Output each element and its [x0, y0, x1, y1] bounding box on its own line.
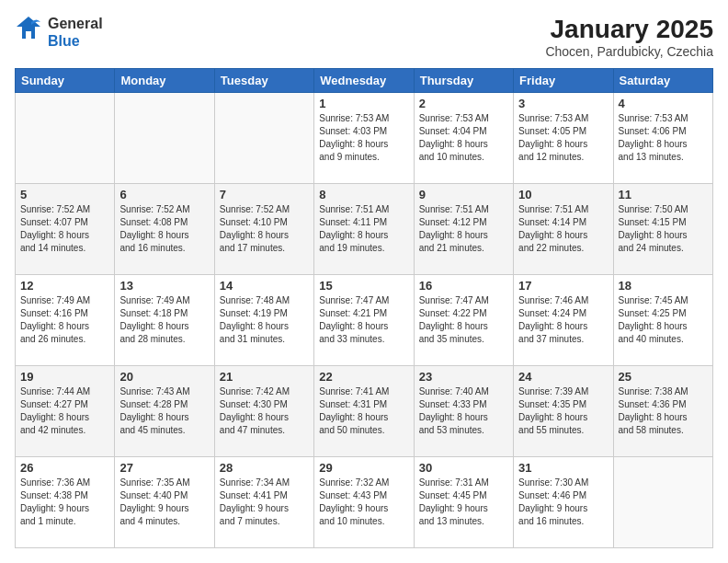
day-info: Sunrise: 7:41 AM Sunset: 4:31 PM Dayligh… — [319, 385, 408, 437]
calendar-cell: 27Sunrise: 7:35 AM Sunset: 4:40 PM Dayli… — [115, 457, 214, 548]
day-number: 18 — [619, 279, 708, 293]
calendar-cell: 9Sunrise: 7:51 AM Sunset: 4:12 PM Daylig… — [414, 184, 513, 275]
weekday-header-thursday: Thursday — [414, 69, 513, 93]
calendar-cell: 12Sunrise: 7:49 AM Sunset: 4:16 PM Dayli… — [16, 275, 115, 366]
calendar-cell: 18Sunrise: 7:45 AM Sunset: 4:25 PM Dayli… — [613, 275, 712, 366]
page: GeneralBlue January 2025 Chocen, Pardubi… — [0, 0, 728, 563]
calendar-cell: 5Sunrise: 7:52 AM Sunset: 4:07 PM Daylig… — [16, 184, 115, 275]
day-info: Sunrise: 7:40 AM Sunset: 4:33 PM Dayligh… — [419, 385, 508, 437]
day-info: Sunrise: 7:53 AM Sunset: 4:05 PM Dayligh… — [518, 112, 608, 164]
day-number: 28 — [220, 461, 309, 475]
weekday-header-wednesday: Wednesday — [314, 69, 414, 93]
logo-general-text: General — [48, 15, 103, 32]
day-number: 26 — [20, 461, 109, 475]
day-info: Sunrise: 7:36 AM Sunset: 4:38 PM Dayligh… — [20, 477, 109, 528]
day-number: 10 — [518, 188, 608, 201]
day-info: Sunrise: 7:52 AM Sunset: 4:07 PM Dayligh… — [20, 203, 109, 255]
calendar-cell: 23Sunrise: 7:40 AM Sunset: 4:33 PM Dayli… — [414, 366, 513, 457]
calendar-cell: 17Sunrise: 7:46 AM Sunset: 4:24 PM Dayli… — [514, 275, 613, 366]
day-info: Sunrise: 7:49 AM Sunset: 4:16 PM Dayligh… — [20, 294, 109, 346]
calendar-cell: 7Sunrise: 7:52 AM Sunset: 4:10 PM Daylig… — [214, 184, 313, 275]
calendar-cell — [613, 457, 712, 548]
day-number: 23 — [419, 370, 508, 384]
day-number: 9 — [419, 188, 508, 201]
day-info: Sunrise: 7:53 AM Sunset: 4:06 PM Dayligh… — [619, 112, 708, 164]
day-info: Sunrise: 7:42 AM Sunset: 4:30 PM Dayligh… — [220, 385, 309, 437]
calendar-cell: 31Sunrise: 7:30 AM Sunset: 4:46 PM Dayli… — [514, 457, 613, 548]
calendar-cell — [115, 93, 214, 184]
logo: GeneralBlue — [15, 15, 103, 50]
day-info: Sunrise: 7:52 AM Sunset: 4:08 PM Dayligh… — [119, 203, 209, 255]
day-number: 8 — [319, 188, 408, 201]
calendar-cell: 2Sunrise: 7:53 AM Sunset: 4:04 PM Daylig… — [414, 93, 513, 184]
day-number: 15 — [319, 279, 408, 293]
day-number: 17 — [518, 279, 608, 293]
day-info: Sunrise: 7:38 AM Sunset: 4:36 PM Dayligh… — [619, 385, 708, 437]
calendar-cell: 21Sunrise: 7:42 AM Sunset: 4:30 PM Dayli… — [214, 366, 313, 457]
calendar-cell: 14Sunrise: 7:48 AM Sunset: 4:19 PM Dayli… — [214, 275, 313, 366]
day-info: Sunrise: 7:32 AM Sunset: 4:43 PM Dayligh… — [319, 477, 408, 528]
calendar-cell: 3Sunrise: 7:53 AM Sunset: 4:05 PM Daylig… — [514, 93, 613, 184]
title-block: January 2025 Chocen, Pardubicky, Czechia — [545, 15, 713, 59]
weekday-header-row: SundayMondayTuesdayWednesdayThursdayFrid… — [16, 69, 713, 93]
month-title: January 2025 — [545, 15, 713, 44]
day-info: Sunrise: 7:31 AM Sunset: 4:45 PM Dayligh… — [419, 477, 508, 528]
day-number: 27 — [119, 461, 209, 475]
weekday-header-friday: Friday — [514, 69, 613, 93]
calendar-cell: 13Sunrise: 7:49 AM Sunset: 4:18 PM Dayli… — [115, 275, 214, 366]
calendar-cell: 19Sunrise: 7:44 AM Sunset: 4:27 PM Dayli… — [16, 366, 115, 457]
day-info: Sunrise: 7:51 AM Sunset: 4:11 PM Dayligh… — [319, 203, 408, 255]
day-info: Sunrise: 7:45 AM Sunset: 4:25 PM Dayligh… — [619, 294, 708, 346]
day-info: Sunrise: 7:43 AM Sunset: 4:28 PM Dayligh… — [119, 385, 209, 437]
day-info: Sunrise: 7:51 AM Sunset: 4:14 PM Dayligh… — [518, 203, 608, 255]
day-info: Sunrise: 7:47 AM Sunset: 4:21 PM Dayligh… — [319, 294, 408, 346]
day-number: 2 — [419, 97, 508, 110]
day-info: Sunrise: 7:48 AM Sunset: 4:19 PM Dayligh… — [220, 294, 309, 346]
weekday-header-sunday: Sunday — [16, 69, 115, 93]
calendar-cell: 1Sunrise: 7:53 AM Sunset: 4:03 PM Daylig… — [314, 93, 414, 184]
calendar-cell: 29Sunrise: 7:32 AM Sunset: 4:43 PM Dayli… — [314, 457, 414, 548]
day-info: Sunrise: 7:52 AM Sunset: 4:10 PM Dayligh… — [220, 203, 309, 255]
day-number: 30 — [419, 461, 508, 475]
day-info: Sunrise: 7:44 AM Sunset: 4:27 PM Dayligh… — [20, 385, 109, 437]
day-number: 24 — [518, 370, 608, 384]
day-number: 19 — [20, 370, 109, 384]
calendar-cell: 28Sunrise: 7:34 AM Sunset: 4:41 PM Dayli… — [214, 457, 313, 548]
day-info: Sunrise: 7:51 AM Sunset: 4:12 PM Dayligh… — [419, 203, 508, 255]
day-info: Sunrise: 7:30 AM Sunset: 4:46 PM Dayligh… — [518, 477, 608, 528]
calendar-cell: 20Sunrise: 7:43 AM Sunset: 4:28 PM Dayli… — [115, 366, 214, 457]
day-info: Sunrise: 7:47 AM Sunset: 4:22 PM Dayligh… — [419, 294, 508, 346]
day-number: 22 — [319, 370, 408, 384]
day-info: Sunrise: 7:46 AM Sunset: 4:24 PM Dayligh… — [518, 294, 608, 346]
day-number: 12 — [20, 279, 109, 293]
calendar-cell: 15Sunrise: 7:47 AM Sunset: 4:21 PM Dayli… — [314, 275, 414, 366]
day-number: 13 — [119, 279, 209, 293]
day-number: 11 — [619, 188, 708, 201]
day-info: Sunrise: 7:50 AM Sunset: 4:15 PM Dayligh… — [619, 203, 708, 255]
day-number: 6 — [119, 188, 209, 201]
calendar-cell: 11Sunrise: 7:50 AM Sunset: 4:15 PM Dayli… — [613, 184, 712, 275]
day-number: 7 — [220, 188, 309, 201]
calendar-cell: 24Sunrise: 7:39 AM Sunset: 4:35 PM Dayli… — [514, 366, 613, 457]
day-info: Sunrise: 7:35 AM Sunset: 4:40 PM Dayligh… — [119, 477, 209, 528]
day-info: Sunrise: 7:53 AM Sunset: 4:04 PM Dayligh… — [419, 112, 508, 164]
calendar-cell — [16, 93, 115, 184]
week-row-4: 19Sunrise: 7:44 AM Sunset: 4:27 PM Dayli… — [16, 366, 713, 457]
logo-bird-icon — [15, 15, 42, 48]
logo-blue-text: Blue — [48, 32, 103, 50]
calendar-cell — [214, 93, 313, 184]
weekday-header-monday: Monday — [115, 69, 214, 93]
calendar-table: SundayMondayTuesdayWednesdayThursdayFrid… — [15, 68, 713, 548]
day-info: Sunrise: 7:34 AM Sunset: 4:41 PM Dayligh… — [220, 477, 309, 528]
day-number: 20 — [119, 370, 209, 384]
day-info: Sunrise: 7:53 AM Sunset: 4:03 PM Dayligh… — [319, 112, 408, 164]
day-number: 1 — [319, 97, 408, 110]
week-row-1: 1Sunrise: 7:53 AM Sunset: 4:03 PM Daylig… — [16, 93, 713, 184]
weekday-header-saturday: Saturday — [613, 69, 712, 93]
day-number: 25 — [619, 370, 708, 384]
day-info: Sunrise: 7:39 AM Sunset: 4:35 PM Dayligh… — [518, 385, 608, 437]
location: Chocen, Pardubicky, Czechia — [545, 44, 713, 59]
weekday-header-tuesday: Tuesday — [214, 69, 313, 93]
calendar-cell: 30Sunrise: 7:31 AM Sunset: 4:45 PM Dayli… — [414, 457, 513, 548]
calendar-cell: 26Sunrise: 7:36 AM Sunset: 4:38 PM Dayli… — [16, 457, 115, 548]
